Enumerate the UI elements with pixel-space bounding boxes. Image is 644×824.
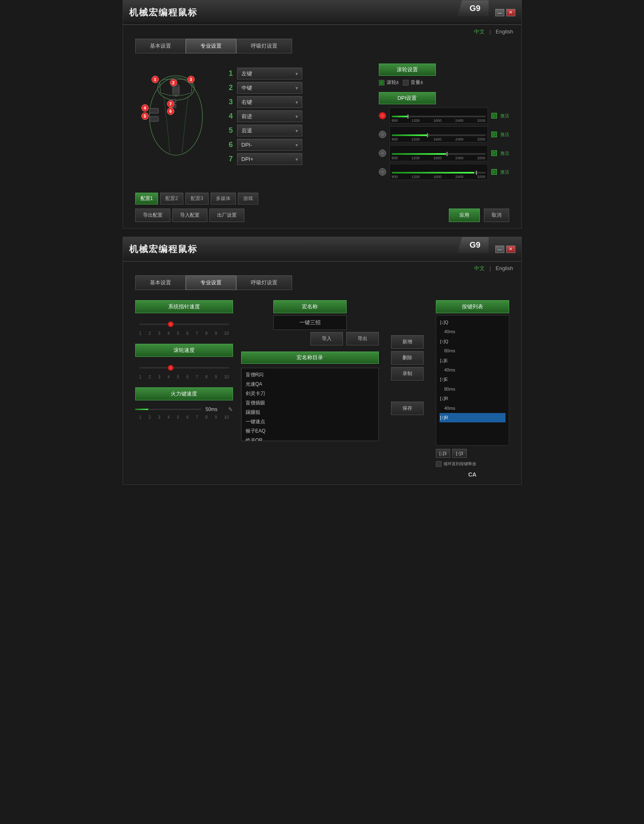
delete-macro-button[interactable]: 删除 [391, 351, 424, 365]
action-right: 应用 取消 [449, 209, 509, 222]
export-macro-button[interactable]: 导出 [346, 332, 379, 345]
macro-item-7[interactable]: 皓月QR [244, 436, 376, 441]
scroll-speed-header[interactable]: 滚轮速度 [135, 344, 233, 357]
map-num-7: 7 [225, 155, 233, 163]
loop-checkbox[interactable] [436, 461, 442, 467]
tab-breathing[interactable]: 呼吸灯设置 [236, 39, 292, 53]
window1: 机械宏编程鼠标 G9 — ✕ 中文 | English 基本设置 专业设置 呼吸… [123, 0, 522, 229]
scroll-wheel-option: 滚轮± [379, 79, 399, 86]
tab-basic-2[interactable]: 基本设置 [135, 275, 186, 290]
fire-speed-header[interactable]: 火力键速度 [135, 387, 233, 400]
dpi-slider-1[interactable]: 800 1200 1600 2400 3200 [389, 108, 488, 124]
map-select-6[interactable]: DPI- [237, 139, 302, 151]
dpi-active-label-1: 激活 [500, 113, 509, 119]
lang-english-2[interactable]: English [496, 265, 513, 271]
macro-item-5[interactable]: 一键速点 [244, 417, 376, 426]
profile-btn-media[interactable]: 多媒体 [211, 193, 236, 204]
tab-pro[interactable]: 专业设置 [186, 39, 236, 53]
record-macro-button[interactable]: 录制 [391, 367, 424, 380]
minimize-button[interactable]: — [495, 9, 504, 16]
macro-item-1[interactable]: 光速QA [244, 380, 376, 389]
right-panel: 滚轮设置 滚轮± 音量± DPI设置 [379, 64, 509, 182]
import-config-button[interactable]: 导入配置 [172, 209, 207, 222]
macro-item-6[interactable]: 猴子EAQ [244, 426, 376, 436]
dpi-active-cb-3[interactable] [491, 150, 497, 156]
key-down-3[interactable]: [↓]3 [436, 449, 451, 458]
save-macro-button[interactable]: 保存 [391, 402, 424, 415]
new-macro-button[interactable]: 新增 [391, 335, 424, 349]
button-mapping: 1 左键 ▼ 2 中键 ▼ 3 [225, 64, 371, 182]
key-up-3[interactable]: [↑]3 [452, 449, 467, 458]
pointer-thumb[interactable] [168, 321, 174, 327]
mapping-row-2: 2 中键 ▼ [225, 82, 371, 94]
lang-english[interactable]: English [496, 29, 513, 35]
dpi-active-label-2: 激活 [500, 132, 509, 138]
cancel-button[interactable]: 取消 [484, 209, 509, 222]
mapping-row-3: 3 右键 ▼ [225, 96, 371, 108]
loop-row: 循环直到按键释放 [436, 461, 509, 467]
macro-item-4[interactable]: 踢腿狙 [244, 408, 376, 417]
scroll-speed-slider[interactable] [139, 362, 229, 374]
scroll-wheel-checkbox[interactable] [379, 80, 385, 86]
close-button-2[interactable]: ✕ [506, 246, 515, 253]
map-num-4: 4 [225, 112, 233, 121]
tab-basic[interactable]: 基本设置 [135, 39, 186, 53]
profile-btn-2[interactable]: 配置2 [160, 193, 183, 204]
pointer-speed-header[interactable]: 系统指针速度 [135, 300, 233, 313]
pointer-speed-slider[interactable] [139, 318, 229, 330]
mapping-row-4: 4 前进 ▼ [225, 110, 371, 122]
apply-button[interactable]: 应用 [449, 209, 480, 222]
close-button[interactable]: ✕ [506, 9, 515, 16]
dpi-active-cb-4[interactable] [491, 169, 497, 175]
profile-btn-1[interactable]: 配置1 [135, 193, 158, 204]
dpi-dot-2 [379, 131, 386, 138]
dpi-slider-3[interactable]: 800 1200 1600 2400 3200 [389, 145, 488, 161]
bottom-keys-row: [↓]3 [↑]3 [436, 449, 509, 458]
map-select-4[interactable]: 前进 [237, 110, 302, 122]
map-select-5[interactable]: 后退 [237, 125, 302, 136]
map-num-5: 5 [225, 126, 233, 135]
scroll-header-btn[interactable]: 滚轮设置 [379, 64, 436, 76]
import-macro-button[interactable]: 导入 [310, 332, 343, 345]
dpi-active-cb-1[interactable] [491, 113, 497, 119]
volume-checkbox[interactable] [403, 80, 409, 86]
factory-reset-button[interactable]: 出厂设置 [209, 209, 244, 222]
dpi-labels-1: 800 1200 1600 2400 3200 [392, 119, 486, 123]
profile-btn-3[interactable]: 配置3 [185, 193, 209, 204]
dpi-labels-2: 800 1200 1600 2400 3200 [392, 137, 486, 141]
map-select-7[interactable]: DPI+ [237, 153, 302, 165]
dpi-row-1: 800 1200 1600 2400 3200 激活 [379, 108, 509, 124]
lang-chinese-2[interactable]: 中文 [474, 265, 485, 271]
badge-5: 5 [141, 112, 149, 120]
dpi-active-cb-2[interactable] [491, 132, 497, 137]
map-select-wrapper-6: DPI- ▼ [237, 139, 302, 151]
macro-name-display: 一键三招 [273, 315, 347, 330]
scroll-thumb[interactable] [168, 365, 174, 371]
map-num-2: 2 [225, 83, 233, 92]
volume-option: 音量± [403, 79, 423, 86]
lang-chinese[interactable]: 中文 [474, 29, 485, 35]
macro-dir-header: 宏名称目录 [241, 352, 379, 364]
map-select-1[interactable]: 左键 [237, 68, 302, 79]
map-select-2[interactable]: 中键 [237, 82, 302, 94]
pointer-speed-section: 系统指针速度 12 34 56 78 910 [135, 300, 233, 336]
map-num-3: 3 [225, 98, 233, 106]
dpi-header-btn[interactable]: DPI设置 [379, 92, 436, 104]
tab-pro-2[interactable]: 专业设置 [186, 275, 236, 290]
map-select-3[interactable]: 右键 [237, 96, 302, 108]
dpi-fill-1 [392, 116, 409, 117]
profile-btn-game[interactable]: 游戏 [238, 193, 258, 204]
export-config-button[interactable]: 导出配置 [135, 209, 170, 222]
minimize-button-2[interactable]: — [495, 246, 504, 253]
macro-item-3[interactable]: 盲僧插眼 [244, 398, 376, 408]
tab-breathing-2[interactable]: 呼吸灯设置 [236, 275, 292, 290]
macro-item-2[interactable]: 剑灵卡刀 [244, 389, 376, 398]
dpi-track-4 [392, 172, 486, 174]
title-bar: 机械宏编程鼠标 G9 — ✕ [123, 0, 521, 25]
dpi-thumb-4 [476, 171, 477, 175]
key-item-4-delay: 40ms [440, 404, 506, 413]
edit-icon[interactable]: ✎ [228, 406, 233, 413]
dpi-slider-2[interactable]: 800 1200 1600 2400 3200 [389, 126, 488, 143]
macro-item-0[interactable]: 盲僧R闪 [244, 370, 376, 380]
dpi-slider-4[interactable]: 800 1200 1600 2400 3200 [389, 164, 488, 180]
